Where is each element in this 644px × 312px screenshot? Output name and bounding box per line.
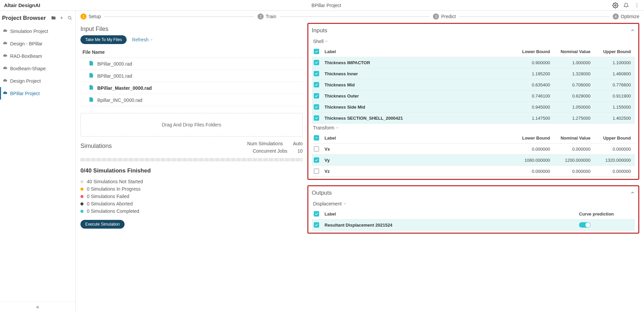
cloud-icon [3,66,7,71]
col-label: Label [325,135,512,141]
legend-text: 0 Simulations Completed [87,208,139,214]
bell-icon[interactable] [623,2,629,8]
input-row[interactable]: Vz0.0000000.0000000.000000 [312,166,635,177]
step-predict[interactable]: 3Predict [433,13,456,20]
step-connector [459,16,609,17]
row-nominal: 0.000000 [552,169,592,174]
more-icon[interactable] [634,2,640,8]
folder-add-icon[interactable] [51,15,56,21]
group-label[interactable]: Transform [313,125,635,130]
file-name: BPillar_0001.rad [97,73,132,79]
dropzone[interactable]: Drag And Drop Files Folders [80,113,303,136]
sidebar-item-label: BoxBeam-Shape [10,66,46,71]
file-row[interactable]: BPillar_0000.rad [80,58,303,70]
file-icon [89,85,94,91]
row-lower: 0.000000 [512,147,552,152]
input-row[interactable]: Thickness Inner1.1952001.3280001.460800 [312,68,635,79]
row-upper: 0.000000 [592,147,633,152]
row-lower: 1080.000000 [512,158,552,163]
input-row[interactable]: Thickness Mid0.6354000.7060000.776600 [312,79,635,90]
select-all-checkbox[interactable] [314,49,319,54]
row-checkbox[interactable] [314,104,319,110]
input-row[interactable]: Vx0.0000000.0000000.000000 [312,144,635,155]
input-row[interactable]: Vy1080.0000001200.0000001320.000000 [312,155,635,166]
file-row[interactable]: BPillar_Master_0000.rad [80,82,303,94]
input-row[interactable]: Thickness IMPACTOR0.9000001.0000001.1000… [312,57,635,68]
step-optimize[interactable]: 4Optimize [613,13,639,20]
row-label: Vz [325,169,512,174]
svg-point-1 [637,3,637,4]
outputs-select-all-checkbox[interactable] [314,211,319,217]
row-nominal: 1200.000000 [552,158,592,163]
row-checkbox[interactable] [314,82,319,87]
sidebar-item[interactable]: Design Project [0,75,75,87]
select-all-checkbox[interactable] [314,135,319,141]
step-connector [280,16,430,17]
row-label: Thickness Outer [325,93,512,99]
col-label: Label [325,49,512,54]
row-upper: 1.100000 [592,60,633,65]
plus-icon[interactable] [59,15,64,21]
row-checkbox[interactable] [314,60,319,65]
row-checkbox[interactable] [314,157,319,163]
step-setup[interactable]: 1Setup [80,13,101,20]
input-row[interactable]: Thickness Side Mid0.9450001.0500001.1550… [312,102,635,113]
row-upper: 1.460800 [592,71,633,76]
legend-item: 0 Simulations Aborted [80,201,303,206]
row-checkbox[interactable] [314,222,319,228]
sim-progress-bar [80,158,303,161]
col-lower: Lower Bound [512,135,552,141]
take-me-to-files-button[interactable]: Take Me To My Files [80,35,127,44]
sidebar-item-label: RAD-BoxBeam [10,53,42,59]
row-nominal: 1.000000 [552,60,592,65]
sidebar-item[interactable]: BPillar Project [0,87,75,100]
outputs-title: Outputs [312,190,332,196]
row-lower: 0.635400 [512,82,552,87]
row-lower: 1.147500 [512,116,552,121]
execute-simulation-button[interactable]: Execute Simulation [80,220,125,229]
sidebar-item[interactable]: Design - BPillar [0,37,75,50]
group-label[interactable]: Shell [313,39,635,44]
sidebar-item-label: Simulation Project [10,29,48,34]
legend-dot [80,180,83,183]
svg-point-0 [615,4,616,6]
row-nominal: 0.829000 [552,93,592,99]
input-row[interactable]: Thickness Outer0.7461000.8290000.911900 [312,90,635,102]
legend-text: 0 Simulations Aborted [87,201,133,206]
svg-point-2 [637,5,637,6]
gear-icon[interactable] [612,2,618,8]
input-files-title: Input Files [80,26,303,33]
sidebar-item[interactable]: RAD-BoxBeam [0,50,75,62]
row-checkbox[interactable] [314,71,319,76]
step-label: Train [266,14,276,19]
row-checkbox[interactable] [314,115,319,121]
outputs-group-label[interactable]: Displacement [313,201,635,206]
step-number: 3 [433,13,439,20]
row-checkbox[interactable] [314,93,319,99]
step-number: 4 [613,13,619,20]
legend-item: 40 Simulations Not Started [80,179,303,184]
row-checkbox[interactable] [314,146,319,152]
app-brand: Altair DesignAI [4,2,40,8]
row-lower: 0.000000 [512,169,552,174]
chevron-up-icon[interactable] [630,28,635,34]
sidebar-item-label: Design - BPillar [10,41,42,46]
outputs-label-col: Label [325,211,579,217]
sidebar-item[interactable]: BoxBeam-Shape [0,62,75,75]
row-nominal: 1.050000 [552,105,592,110]
sidebar-item[interactable]: Simulation Project [0,25,75,37]
row-checkbox[interactable] [314,168,319,174]
row-label: Vy [325,158,512,163]
file-icon [89,73,94,79]
curve-toggle[interactable] [579,222,590,228]
search-icon[interactable] [67,15,72,21]
sidebar-collapse-icon[interactable]: « [0,302,75,312]
file-row[interactable]: BPillar_0001.rad [80,70,303,82]
input-row[interactable]: Thickness SECTION_SHELL_20004211.1475001… [312,113,635,124]
step-train[interactable]: 2Train [258,13,276,20]
file-row[interactable]: Bpillar_INC_0000.rad [80,94,303,106]
outputs-panel: Outputs Displacement Label Curve predict… [307,185,639,234]
chevron-up-icon[interactable] [630,190,635,196]
output-row[interactable]: Resultant Displacement 2021524 [312,220,635,231]
refresh-button[interactable]: Refresh [132,37,153,42]
